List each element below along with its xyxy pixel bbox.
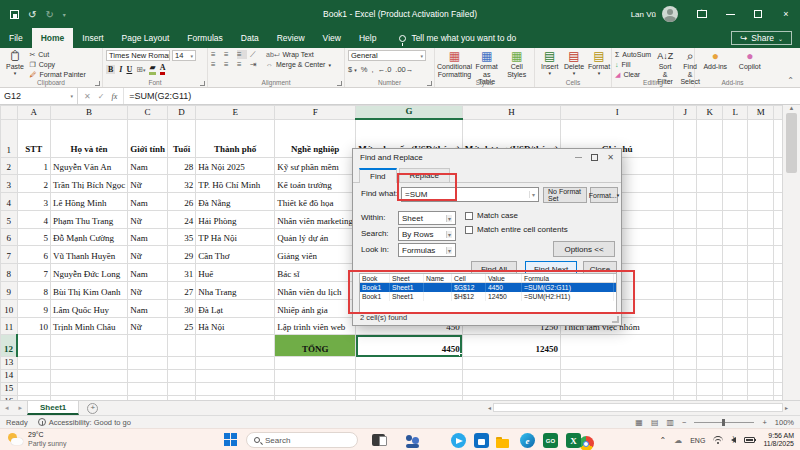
formula-input[interactable]: =SUM(G2:G11): [124, 88, 196, 104]
start-button[interactable]: [224, 433, 238, 447]
cell-M4[interactable]: [748, 193, 774, 211]
cell-K15[interactable]: [697, 383, 723, 396]
zoom-level[interactable]: 100%: [775, 418, 794, 427]
cell-M13[interactable]: [748, 357, 774, 370]
merge-center-button[interactable]: ⇔Merge & Center▾: [266, 60, 331, 69]
borders-button[interactable]: ⊞▾: [136, 65, 145, 74]
zoom-slider[interactable]: [694, 422, 754, 423]
cell-E1[interactable]: Thành phố: [196, 119, 275, 157]
cut-button[interactable]: ✂Cut: [29, 50, 85, 59]
underline-button[interactable]: U: [126, 65, 132, 74]
cell-D2[interactable]: 28: [167, 157, 195, 175]
people-app-icon[interactable]: [405, 433, 420, 448]
cell-J3[interactable]: [674, 175, 697, 193]
zoom-out-icon[interactable]: −: [682, 418, 686, 427]
cell-A15[interactable]: [17, 383, 50, 396]
row-header-9[interactable]: 9: [1, 282, 18, 300]
cell-A3[interactable]: 2: [17, 175, 50, 193]
cell-M6[interactable]: [748, 228, 774, 246]
cell-K11[interactable]: [697, 317, 723, 335]
search-select[interactable]: By Rows▾: [398, 227, 456, 241]
tab-file[interactable]: File: [0, 28, 32, 48]
cell-E6[interactable]: TP Hà Nội: [196, 228, 275, 246]
cell-C10[interactable]: Nam: [128, 299, 168, 317]
dialog-close-icon[interactable]: ✕: [607, 153, 614, 162]
cell-E12[interactable]: [196, 335, 275, 357]
cell-L2[interactable]: [723, 157, 748, 175]
align-right-icon[interactable]: ≡: [237, 60, 247, 69]
cell-C15[interactable]: [128, 383, 168, 396]
align-bottom-icon[interactable]: ≡: [237, 50, 247, 59]
number-dialog-launcher-icon[interactable]: [427, 81, 432, 86]
cell-D11[interactable]: 25: [167, 317, 195, 335]
cell-A5[interactable]: 4: [17, 210, 50, 228]
tab-help[interactable]: Help: [350, 28, 385, 48]
cell-F12[interactable]: TỔNG: [275, 335, 356, 357]
ribbon-display-options-icon[interactable]: [688, 0, 716, 28]
save-icon[interactable]: [10, 10, 19, 19]
cell-J10[interactable]: [674, 299, 697, 317]
onedrive-cloud-icon[interactable]: ☁: [674, 436, 682, 445]
font-dialog-launcher-icon[interactable]: [200, 81, 205, 86]
cell-C14[interactable]: [128, 370, 168, 383]
cell-J8[interactable]: [674, 264, 697, 282]
customize-qat-icon[interactable]: ▾: [63, 11, 66, 18]
telegram-icon[interactable]: [451, 433, 466, 448]
cell-K1[interactable]: [697, 119, 723, 157]
cell-M1[interactable]: [748, 119, 774, 157]
alignment-dialog-launcher-icon[interactable]: [337, 81, 342, 86]
tray-chevron-icon[interactable]: ⌃: [660, 436, 667, 445]
cell-K8[interactable]: [697, 264, 723, 282]
cell-L13[interactable]: [723, 357, 748, 370]
horizontal-scrollbar[interactable]: ◂▸: [488, 402, 788, 413]
column-header-I[interactable]: I: [561, 106, 674, 120]
cell-F13[interactable]: [275, 357, 356, 370]
options-button[interactable]: Options <<: [553, 241, 615, 257]
cell-B12[interactable]: [50, 335, 127, 357]
cell-K14[interactable]: [697, 370, 723, 383]
cell-B2[interactable]: Nguyễn Văn An: [50, 157, 127, 175]
format-cells-button[interactable]: ▤Format▾: [587, 50, 612, 76]
cell-D15[interactable]: [167, 383, 195, 396]
paste-button[interactable]: 📋︎Paste▾: [3, 50, 27, 76]
cell-C3[interactable]: Nữ: [128, 175, 168, 193]
cell-F10[interactable]: Nhiếp ảnh gia: [275, 299, 356, 317]
clear-button[interactable]: ◢Clear: [615, 70, 651, 79]
tab-home[interactable]: Home: [32, 28, 74, 48]
cell-J2[interactable]: [674, 157, 697, 175]
column-header-D[interactable]: D: [167, 106, 195, 120]
tab-review[interactable]: Review: [268, 28, 314, 48]
cell-K4[interactable]: [697, 193, 723, 211]
cell-M15[interactable]: [748, 383, 774, 396]
number-format-combo[interactable]: General▾: [348, 50, 426, 61]
cell-M7[interactable]: [748, 246, 774, 264]
cell-B13[interactable]: [50, 357, 127, 370]
font-size-combo[interactable]: 14▾: [172, 50, 196, 61]
cell-M8[interactable]: [748, 264, 774, 282]
cell-C12[interactable]: [128, 335, 168, 357]
column-header-G[interactable]: G: [356, 106, 463, 120]
cell-B4[interactable]: Lê Hồng Minh: [50, 193, 127, 211]
undo-icon[interactable]: ↺: [28, 9, 36, 20]
match-entire-checkbox[interactable]: Match entire cell contents: [465, 225, 568, 234]
cell-L11[interactable]: [723, 317, 748, 335]
dialog-minimize-icon[interactable]: [575, 157, 582, 158]
tab-view[interactable]: View: [314, 28, 350, 48]
maximize-icon[interactable]: [744, 0, 772, 28]
cell-L10[interactable]: [723, 299, 748, 317]
cell-M12[interactable]: [748, 335, 774, 357]
cell-A8[interactable]: 7: [17, 264, 50, 282]
cell-B15[interactable]: [50, 383, 127, 396]
dialog-tab-find[interactable]: Find: [359, 168, 397, 183]
cell-D10[interactable]: 30: [167, 299, 195, 317]
cell-J1[interactable]: [674, 119, 697, 157]
clipboard-dialog-launcher-icon[interactable]: [95, 81, 100, 86]
cell-C2[interactable]: Nam: [128, 157, 168, 175]
cell-K3[interactable]: [697, 175, 723, 193]
cell-K2[interactable]: [697, 157, 723, 175]
new-sheet-icon[interactable]: +: [87, 403, 98, 414]
cell-G13[interactable]: [356, 357, 463, 370]
cell-D14[interactable]: [167, 370, 195, 383]
cell-F2[interactable]: Kỹ sư phần mềm: [275, 157, 356, 175]
cell-E7[interactable]: Cần Thơ: [196, 246, 275, 264]
